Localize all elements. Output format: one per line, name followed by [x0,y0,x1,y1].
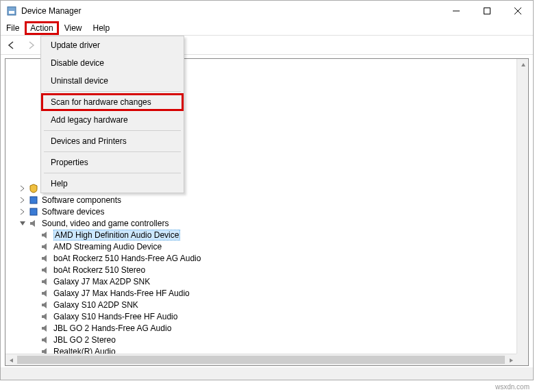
tree-device[interactable]: Galaxy J7 Max A2DP SNK [5,275,528,287]
menu-view[interactable]: View [59,22,88,34]
menu-file[interactable]: File [1,22,25,34]
menu-disable-device[interactable]: Disable device [41,54,184,72]
tree-device[interactable]: JBL GO 2 Stereo [5,334,528,345]
tree-label: boAt Rockerz 510 Stereo [53,265,145,275]
shield-icon [28,183,39,194]
tree-device[interactable]: AMD High Definition Audio Device [5,229,528,241]
tree-device[interactable]: Galaxy J7 Max Hands-Free HF Audio [5,287,528,299]
tree-label: Galaxy S10 A2DP SNK [53,300,138,310]
speaker-icon [40,276,51,287]
speaker-icon [40,230,51,241]
svg-rect-7 [30,208,37,215]
scrollbar-corner [517,354,528,365]
tree-label: Galaxy J7 Max A2DP SNK [53,277,150,286]
speaker-icon [40,311,51,322]
menu-separator [44,173,181,173]
speaker-icon [40,253,51,264]
menu-action[interactable]: Action [25,21,58,35]
tree-label: AMD High Definition Audio Device [53,230,180,241]
device-manager-window: Device Manager File Action View Help Upd… [0,0,534,380]
tree-category-sound[interactable]: Sound, video and game controllers [5,217,528,229]
speaker-icon [40,265,51,275]
app-icon [6,5,17,16]
watermark: wsxdn.com [495,383,530,391]
minimize-button[interactable] [440,1,471,21]
tree-category[interactable]: Software components [5,194,528,206]
tree-device[interactable]: Galaxy S10 Hands-Free HF Audio [5,310,528,322]
statusbar [1,367,533,380]
menu-separator [44,91,181,92]
forward-button[interactable] [23,38,39,53]
expand-icon[interactable] [18,207,27,217]
vertical-scrollbar[interactable] [517,59,528,354]
speaker-icon [40,299,51,310]
horizontal-scrollbar[interactable] [5,354,517,365]
maximize-button[interactable] [471,1,502,21]
menu-devices-and-printers[interactable]: Devices and Printers [41,132,184,150]
svg-rect-3 [484,8,490,14]
tree-device[interactable]: AMD Streaming Audio Device [5,241,528,252]
menu-uninstall-device[interactable]: Uninstall device [41,72,184,90]
titlebar: Device Manager [1,1,533,21]
tree-label: AMD Streaming Audio Device [53,242,162,252]
component-icon [28,206,39,217]
tree-label: Galaxy J7 Max Hands-Free HF Audio [53,289,190,298]
menu-separator [44,151,181,152]
menubar: File Action View Help [1,21,533,36]
menu-add-legacy-hardware[interactable]: Add legacy hardware [41,111,184,129]
back-button[interactable] [3,38,20,53]
window-title: Device Manager [21,6,81,16]
scroll-left-icon[interactable] [5,354,17,366]
tree-label: JBL GO 2 Stereo [53,335,116,345]
tree-label: Software devices [42,207,104,217]
tree-label: boAt Rockerz 510 Hands-Free AG Audio [53,254,201,263]
menu-separator [44,130,181,131]
tree-device[interactable]: boAt Rockerz 510 Hands-Free AG Audio [5,252,528,264]
tree-label: Galaxy S10 Hands-Free HF Audio [53,312,177,321]
tree-label: Sound, video and game controllers [42,219,169,228]
tree-label: JBL GO 2 Hands-Free AG Audio [53,323,171,333]
menu-help-item[interactable]: Help [41,175,184,193]
close-button[interactable] [502,1,533,21]
scroll-up-icon[interactable] [517,59,529,71]
speaker-icon [40,323,51,334]
tree-device[interactable]: JBL GO 2 Hands-Free AG Audio [5,322,528,334]
svg-rect-6 [30,197,37,204]
expand-icon[interactable] [18,195,27,205]
scroll-right-icon[interactable] [505,354,517,366]
speaker-icon [40,241,51,252]
speaker-icon [40,288,51,299]
speaker-icon [28,218,39,229]
menu-update-driver[interactable]: Update driver [41,36,184,54]
tree-device[interactable]: boAt Rockerz 510 Stereo [5,264,528,275]
menu-scan-hardware-changes[interactable]: Scan for hardware changes [41,93,184,111]
tree-label: Software components [42,195,121,205]
svg-rect-1 [9,11,14,14]
speaker-icon [40,334,51,345]
menu-properties[interactable]: Properties [41,154,184,171]
menu-help[interactable]: Help [88,22,116,34]
collapse-icon[interactable] [18,219,27,228]
component-icon [28,195,39,206]
action-menu-dropdown: Update driver Disable device Uninstall d… [40,36,184,193]
tree-device[interactable]: Galaxy S10 A2DP SNK [5,299,528,310]
scrollbar-thumb[interactable] [17,356,505,364]
tree-category[interactable]: Software devices [5,206,528,217]
window-controls [440,1,533,21]
expand-icon[interactable] [18,184,27,193]
